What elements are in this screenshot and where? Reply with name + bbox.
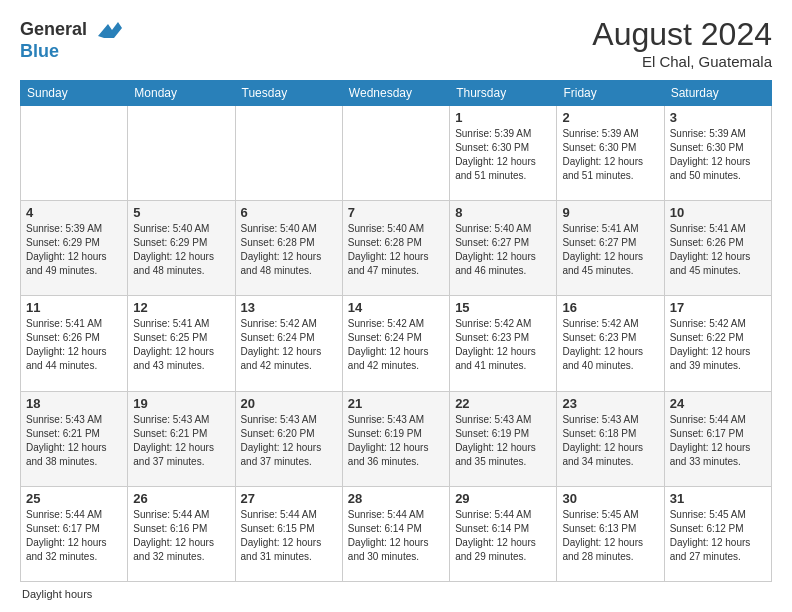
day-info: Sunrise: 5:39 AM Sunset: 6:29 PM Dayligh… — [26, 222, 122, 278]
calendar-cell: 29Sunrise: 5:44 AM Sunset: 6:14 PM Dayli… — [450, 486, 557, 581]
calendar-cell: 30Sunrise: 5:45 AM Sunset: 6:13 PM Dayli… — [557, 486, 664, 581]
day-info: Sunrise: 5:40 AM Sunset: 6:28 PM Dayligh… — [348, 222, 444, 278]
day-info: Sunrise: 5:40 AM Sunset: 6:28 PM Dayligh… — [241, 222, 337, 278]
day-info: Sunrise: 5:44 AM Sunset: 6:14 PM Dayligh… — [348, 508, 444, 564]
day-number: 3 — [670, 110, 766, 125]
calendar-cell — [128, 106, 235, 201]
day-info: Sunrise: 5:42 AM Sunset: 6:24 PM Dayligh… — [348, 317, 444, 373]
footer-note: Daylight hours — [20, 588, 772, 600]
calendar-cell: 31Sunrise: 5:45 AM Sunset: 6:12 PM Dayli… — [664, 486, 771, 581]
calendar-cell: 28Sunrise: 5:44 AM Sunset: 6:14 PM Dayli… — [342, 486, 449, 581]
day-number: 8 — [455, 205, 551, 220]
day-info: Sunrise: 5:42 AM Sunset: 6:24 PM Dayligh… — [241, 317, 337, 373]
day-info: Sunrise: 5:40 AM Sunset: 6:27 PM Dayligh… — [455, 222, 551, 278]
day-info: Sunrise: 5:40 AM Sunset: 6:29 PM Dayligh… — [133, 222, 229, 278]
calendar-cell: 5Sunrise: 5:40 AM Sunset: 6:29 PM Daylig… — [128, 201, 235, 296]
day-number: 4 — [26, 205, 122, 220]
day-info: Sunrise: 5:43 AM Sunset: 6:21 PM Dayligh… — [26, 413, 122, 469]
calendar-cell: 11Sunrise: 5:41 AM Sunset: 6:26 PM Dayli… — [21, 296, 128, 391]
day-number: 2 — [562, 110, 658, 125]
logo-line1: General — [20, 16, 122, 44]
calendar-week-3: 11Sunrise: 5:41 AM Sunset: 6:26 PM Dayli… — [21, 296, 772, 391]
day-number: 12 — [133, 300, 229, 315]
day-number: 6 — [241, 205, 337, 220]
day-number: 22 — [455, 396, 551, 411]
day-info: Sunrise: 5:39 AM Sunset: 6:30 PM Dayligh… — [670, 127, 766, 183]
day-number: 29 — [455, 491, 551, 506]
logo-line2: Blue — [20, 42, 122, 62]
day-number: 28 — [348, 491, 444, 506]
calendar-cell: 13Sunrise: 5:42 AM Sunset: 6:24 PM Dayli… — [235, 296, 342, 391]
day-info: Sunrise: 5:41 AM Sunset: 6:27 PM Dayligh… — [562, 222, 658, 278]
calendar-cell: 20Sunrise: 5:43 AM Sunset: 6:20 PM Dayli… — [235, 391, 342, 486]
title-block: August 2024 El Chal, Guatemala — [592, 16, 772, 70]
calendar-cell: 14Sunrise: 5:42 AM Sunset: 6:24 PM Dayli… — [342, 296, 449, 391]
day-info: Sunrise: 5:43 AM Sunset: 6:19 PM Dayligh… — [348, 413, 444, 469]
month-year: August 2024 — [592, 16, 772, 53]
day-info: Sunrise: 5:44 AM Sunset: 6:14 PM Dayligh… — [455, 508, 551, 564]
day-number: 11 — [26, 300, 122, 315]
calendar-cell: 18Sunrise: 5:43 AM Sunset: 6:21 PM Dayli… — [21, 391, 128, 486]
day-info: Sunrise: 5:44 AM Sunset: 6:16 PM Dayligh… — [133, 508, 229, 564]
day-info: Sunrise: 5:44 AM Sunset: 6:15 PM Dayligh… — [241, 508, 337, 564]
day-info: Sunrise: 5:43 AM Sunset: 6:20 PM Dayligh… — [241, 413, 337, 469]
col-wednesday: Wednesday — [342, 81, 449, 106]
calendar-table: Sunday Monday Tuesday Wednesday Thursday… — [20, 80, 772, 582]
day-info: Sunrise: 5:44 AM Sunset: 6:17 PM Dayligh… — [26, 508, 122, 564]
col-monday: Monday — [128, 81, 235, 106]
calendar-cell: 9Sunrise: 5:41 AM Sunset: 6:27 PM Daylig… — [557, 201, 664, 296]
calendar-cell — [235, 106, 342, 201]
day-info: Sunrise: 5:44 AM Sunset: 6:17 PM Dayligh… — [670, 413, 766, 469]
calendar-cell: 12Sunrise: 5:41 AM Sunset: 6:25 PM Dayli… — [128, 296, 235, 391]
day-number: 16 — [562, 300, 658, 315]
calendar-cell: 8Sunrise: 5:40 AM Sunset: 6:27 PM Daylig… — [450, 201, 557, 296]
day-info: Sunrise: 5:41 AM Sunset: 6:26 PM Dayligh… — [670, 222, 766, 278]
logo: General Blue — [20, 16, 122, 62]
page: General Blue August 2024 El Chal, Guatem… — [0, 0, 792, 612]
calendar-cell: 27Sunrise: 5:44 AM Sunset: 6:15 PM Dayli… — [235, 486, 342, 581]
day-number: 1 — [455, 110, 551, 125]
day-number: 15 — [455, 300, 551, 315]
calendar-week-1: 1Sunrise: 5:39 AM Sunset: 6:30 PM Daylig… — [21, 106, 772, 201]
day-info: Sunrise: 5:39 AM Sunset: 6:30 PM Dayligh… — [455, 127, 551, 183]
col-saturday: Saturday — [664, 81, 771, 106]
calendar-cell: 7Sunrise: 5:40 AM Sunset: 6:28 PM Daylig… — [342, 201, 449, 296]
calendar-cell: 6Sunrise: 5:40 AM Sunset: 6:28 PM Daylig… — [235, 201, 342, 296]
calendar-week-2: 4Sunrise: 5:39 AM Sunset: 6:29 PM Daylig… — [21, 201, 772, 296]
calendar-cell: 2Sunrise: 5:39 AM Sunset: 6:30 PM Daylig… — [557, 106, 664, 201]
day-number: 25 — [26, 491, 122, 506]
day-number: 20 — [241, 396, 337, 411]
calendar-cell: 21Sunrise: 5:43 AM Sunset: 6:19 PM Dayli… — [342, 391, 449, 486]
day-number: 24 — [670, 396, 766, 411]
day-number: 19 — [133, 396, 229, 411]
day-number: 31 — [670, 491, 766, 506]
day-info: Sunrise: 5:41 AM Sunset: 6:25 PM Dayligh… — [133, 317, 229, 373]
calendar-cell: 23Sunrise: 5:43 AM Sunset: 6:18 PM Dayli… — [557, 391, 664, 486]
day-info: Sunrise: 5:42 AM Sunset: 6:23 PM Dayligh… — [455, 317, 551, 373]
col-tuesday: Tuesday — [235, 81, 342, 106]
col-thursday: Thursday — [450, 81, 557, 106]
calendar-cell — [21, 106, 128, 201]
day-number: 5 — [133, 205, 229, 220]
calendar-cell: 19Sunrise: 5:43 AM Sunset: 6:21 PM Dayli… — [128, 391, 235, 486]
day-info: Sunrise: 5:42 AM Sunset: 6:22 PM Dayligh… — [670, 317, 766, 373]
day-number: 30 — [562, 491, 658, 506]
col-friday: Friday — [557, 81, 664, 106]
day-number: 7 — [348, 205, 444, 220]
day-number: 10 — [670, 205, 766, 220]
day-number: 23 — [562, 396, 658, 411]
calendar-cell: 24Sunrise: 5:44 AM Sunset: 6:17 PM Dayli… — [664, 391, 771, 486]
calendar-cell: 22Sunrise: 5:43 AM Sunset: 6:19 PM Dayli… — [450, 391, 557, 486]
day-info: Sunrise: 5:43 AM Sunset: 6:21 PM Dayligh… — [133, 413, 229, 469]
header: General Blue August 2024 El Chal, Guatem… — [20, 16, 772, 70]
calendar-cell: 16Sunrise: 5:42 AM Sunset: 6:23 PM Dayli… — [557, 296, 664, 391]
day-info: Sunrise: 5:45 AM Sunset: 6:12 PM Dayligh… — [670, 508, 766, 564]
logo-bird-icon — [94, 16, 122, 44]
calendar-cell — [342, 106, 449, 201]
day-info: Sunrise: 5:42 AM Sunset: 6:23 PM Dayligh… — [562, 317, 658, 373]
calendar-cell: 26Sunrise: 5:44 AM Sunset: 6:16 PM Dayli… — [128, 486, 235, 581]
day-number: 26 — [133, 491, 229, 506]
calendar-cell: 3Sunrise: 5:39 AM Sunset: 6:30 PM Daylig… — [664, 106, 771, 201]
day-number: 18 — [26, 396, 122, 411]
day-info: Sunrise: 5:43 AM Sunset: 6:19 PM Dayligh… — [455, 413, 551, 469]
